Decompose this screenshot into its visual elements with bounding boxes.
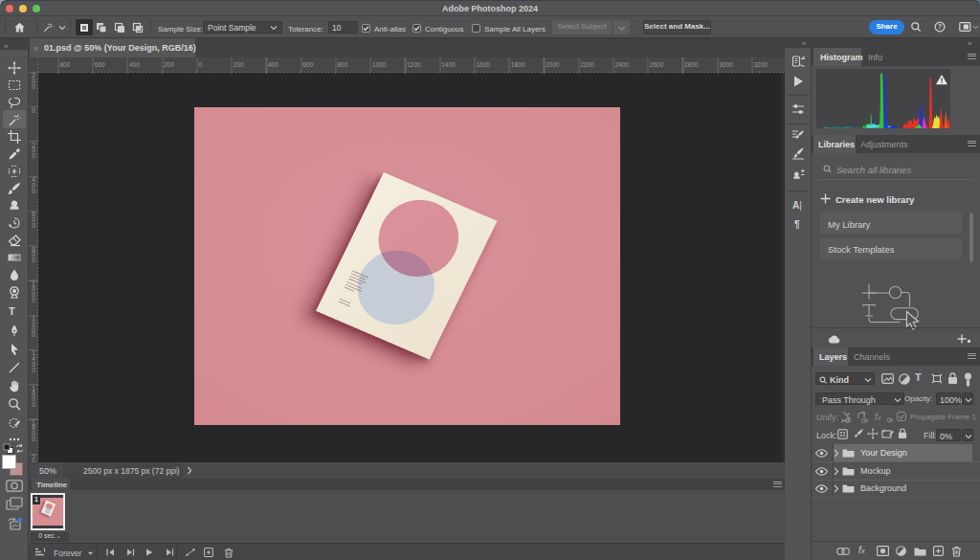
svg-text:?: ? bbox=[938, 23, 942, 30]
